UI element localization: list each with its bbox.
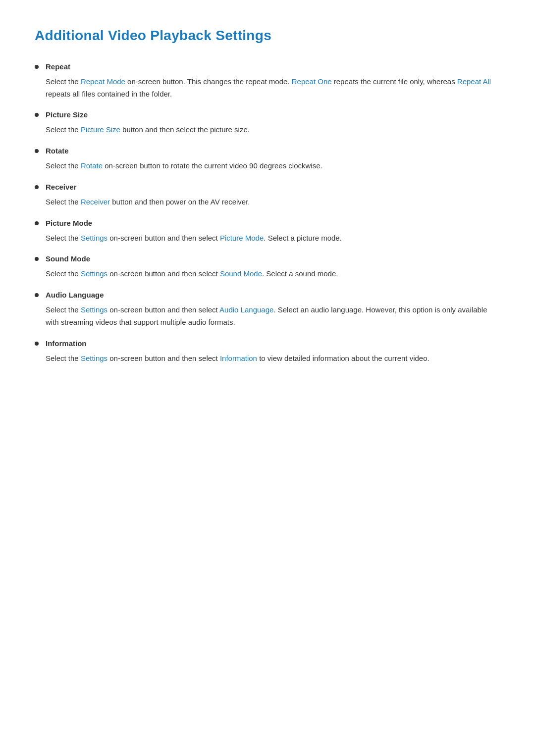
list-item-repeat: RepeatSelect the Repeat Mode on-screen b… bbox=[35, 61, 500, 101]
list-item-picture-mode: Picture ModeSelect the Settings on-scree… bbox=[35, 217, 500, 245]
item-desc-picture-mode: Select the Settings on-screen button and… bbox=[46, 232, 500, 245]
item-desc-repeat: Select the Repeat Mode on-screen button.… bbox=[46, 76, 500, 101]
link-settings[interactable]: Settings bbox=[81, 354, 107, 362]
bullet-icon bbox=[35, 342, 39, 346]
item-heading-picture-size: Picture Size bbox=[46, 109, 88, 121]
item-title-receiver: Receiver bbox=[35, 181, 500, 193]
link-rotate[interactable]: Rotate bbox=[81, 161, 103, 170]
item-title-repeat: Repeat bbox=[35, 61, 500, 73]
link-repeat-all[interactable]: Repeat All bbox=[457, 77, 491, 86]
bullet-icon bbox=[35, 257, 39, 261]
item-heading-sound-mode: Sound Mode bbox=[46, 253, 90, 265]
settings-list: RepeatSelect the Repeat Mode on-screen b… bbox=[35, 61, 500, 365]
item-title-information: Information bbox=[35, 338, 500, 350]
bullet-icon bbox=[35, 293, 39, 297]
bullet-icon bbox=[35, 65, 39, 69]
item-title-picture-mode: Picture Mode bbox=[35, 217, 500, 229]
list-item-audio-language: Audio LanguageSelect the Settings on-scr… bbox=[35, 289, 500, 329]
link-settings[interactable]: Settings bbox=[81, 234, 107, 242]
item-desc-audio-language: Select the Settings on-screen button and… bbox=[46, 304, 500, 329]
link-receiver[interactable]: Receiver bbox=[81, 198, 110, 206]
list-item-information: InformationSelect the Settings on-screen… bbox=[35, 338, 500, 365]
item-desc-information: Select the Settings on-screen button and… bbox=[46, 353, 500, 365]
bullet-icon bbox=[35, 185, 39, 189]
item-heading-repeat: Repeat bbox=[46, 61, 70, 73]
item-desc-receiver: Select the Receiver button and then powe… bbox=[46, 196, 500, 208]
list-item-rotate: RotateSelect the Rotate on-screen button… bbox=[35, 145, 500, 172]
link-audio-language[interactable]: Audio Language bbox=[219, 305, 273, 314]
list-item-sound-mode: Sound ModeSelect the Settings on-screen … bbox=[35, 253, 500, 280]
bullet-icon bbox=[35, 149, 39, 153]
link-picture-size[interactable]: Picture Size bbox=[81, 125, 120, 134]
item-title-sound-mode: Sound Mode bbox=[35, 253, 500, 265]
page-title: Additional Video Playback Settings bbox=[35, 25, 500, 47]
bullet-icon bbox=[35, 113, 39, 117]
item-desc-sound-mode: Select the Settings on-screen button and… bbox=[46, 268, 500, 280]
item-heading-picture-mode: Picture Mode bbox=[46, 217, 92, 229]
item-desc-picture-size: Select the Picture Size button and then … bbox=[46, 124, 500, 136]
item-heading-audio-language: Audio Language bbox=[46, 289, 104, 301]
list-item-picture-size: Picture SizeSelect the Picture Size butt… bbox=[35, 109, 500, 136]
item-heading-rotate: Rotate bbox=[46, 145, 69, 157]
bullet-icon bbox=[35, 221, 39, 225]
item-heading-information: Information bbox=[46, 338, 87, 350]
list-item-receiver: ReceiverSelect the Receiver button and t… bbox=[35, 181, 500, 208]
link-settings[interactable]: Settings bbox=[81, 305, 107, 314]
link-picture-mode[interactable]: Picture Mode bbox=[220, 234, 264, 242]
item-title-picture-size: Picture Size bbox=[35, 109, 500, 121]
item-heading-receiver: Receiver bbox=[46, 181, 77, 193]
link-repeat-mode[interactable]: Repeat Mode bbox=[81, 77, 125, 86]
link-repeat-one[interactable]: Repeat One bbox=[292, 77, 332, 86]
item-desc-rotate: Select the Rotate on-screen button to ro… bbox=[46, 160, 500, 172]
link-settings[interactable]: Settings bbox=[81, 269, 107, 278]
item-title-rotate: Rotate bbox=[35, 145, 500, 157]
link-sound-mode[interactable]: Sound Mode bbox=[220, 269, 262, 278]
link-information[interactable]: Information bbox=[220, 354, 257, 362]
item-title-audio-language: Audio Language bbox=[35, 289, 500, 301]
